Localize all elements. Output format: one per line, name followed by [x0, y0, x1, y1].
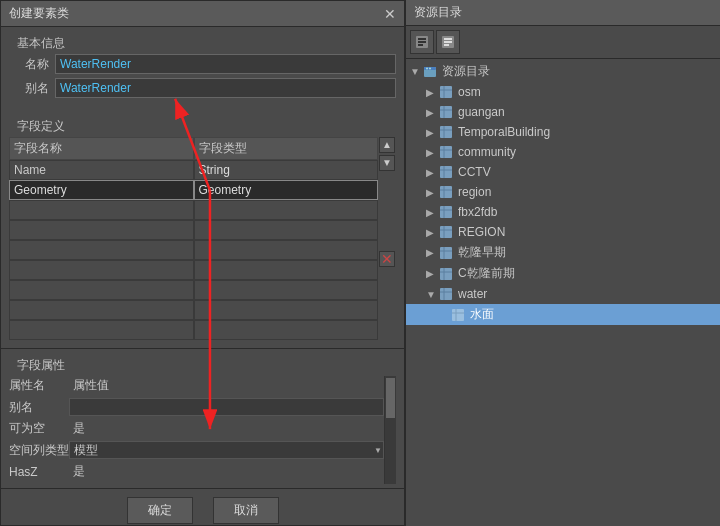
expand-icon[interactable]: ▶ [426, 268, 438, 279]
tree-item-qianlong-early[interactable]: ▶ 乾隆早期 [406, 242, 720, 263]
empty-row [9, 320, 378, 340]
tree-item-osm[interactable]: ▶ osm [406, 82, 720, 102]
svg-rect-28 [440, 166, 452, 178]
tree-item-guangan[interactable]: ▶ guangan [406, 102, 720, 122]
tree-item-c-qianlong[interactable]: ▶ C乾隆前期 [406, 263, 720, 284]
toolbar-back-button[interactable] [410, 30, 434, 54]
tree-item-water[interactable]: ▼ water [406, 284, 720, 304]
tree-item-label: TemporalBuilding [458, 125, 550, 139]
table-header: 字段名称 字段类型 [9, 137, 378, 160]
props-scrollbar[interactable] [384, 376, 396, 484]
water-expand-icon[interactable]: ▼ [426, 289, 438, 300]
expand-icon[interactable]: ▶ [426, 207, 438, 218]
tree-item-community[interactable]: ▶ community [406, 142, 720, 162]
table-icon [438, 104, 454, 120]
svg-rect-43 [440, 268, 452, 280]
spatial-type-select-wrapper: 模型 点 线 面 ▼ [69, 441, 384, 459]
tree-item-cctv[interactable]: ▶ CCTV [406, 162, 720, 182]
expand-icon[interactable]: ▶ [426, 247, 438, 258]
root-db-icon [422, 64, 438, 80]
tree-item-region[interactable]: ▶ region [406, 182, 720, 202]
svg-rect-25 [440, 146, 452, 158]
expand-icon[interactable]: ▶ [426, 107, 438, 118]
svg-rect-37 [440, 226, 452, 238]
field-def-label: 字段定义 [9, 114, 396, 137]
table-icon [438, 164, 454, 180]
name-field-row: 名称 [9, 54, 396, 74]
alias-prop-label: 别名 [9, 399, 69, 416]
table-icon [438, 245, 454, 261]
delete-row-button[interactable]: ✕ [379, 251, 395, 267]
expand-icon[interactable]: ▶ [426, 127, 438, 138]
empty-cell [9, 300, 194, 320]
empty-row [9, 280, 378, 300]
empty-cell [9, 260, 194, 280]
svg-rect-5 [418, 38, 426, 40]
alias-prop-row: 别名 [9, 398, 384, 416]
empty-cell [194, 300, 379, 320]
nullable-label: 可为空 [9, 420, 69, 437]
tree-item-REGION[interactable]: ▶ REGION [406, 222, 720, 242]
empty-cell [194, 240, 379, 260]
tree-item-temporalbuilding[interactable]: ▶ TemporalBuilding [406, 122, 720, 142]
tree-area: ▼ 资源目录 ▶ osm ▶ [406, 59, 720, 526]
expand-icon[interactable]: ▶ [426, 227, 438, 238]
alias-prop-input[interactable] [69, 398, 384, 416]
empty-row [9, 220, 378, 240]
svg-rect-46 [440, 288, 452, 300]
tree-item-label: guangan [458, 105, 505, 119]
nullable-value: 是 [69, 419, 384, 438]
table-icon [450, 307, 466, 323]
tree-item-label: fbx2fdb [458, 205, 497, 219]
hasz-prop-row: HasZ 是 [9, 462, 384, 481]
field-def-section: 字段定义 字段名称 字段类型 Name String Geometry Geom… [1, 114, 404, 340]
empty-cell [9, 320, 194, 340]
tree-item-label: osm [458, 85, 481, 99]
name-label: 名称 [9, 56, 49, 73]
toolbar-forward-button[interactable] [436, 30, 460, 54]
empty-cell [194, 320, 379, 340]
props-table: 属性名 属性值 别名 可为空 是 空间列类型 [9, 376, 384, 484]
svg-rect-16 [440, 86, 452, 98]
scroll-controls: ▲ ▼ ✕ [378, 137, 396, 340]
scrollbar-thumb [386, 378, 395, 418]
tree-item-fbx2fdb[interactable]: ▶ fbx2fdb [406, 202, 720, 222]
expand-icon[interactable]: ▶ [426, 87, 438, 98]
alias-field-row: 别名 [9, 78, 396, 98]
expand-icon[interactable]: ▶ [426, 187, 438, 198]
name-input[interactable] [55, 54, 396, 74]
table-row[interactable]: Name String [9, 160, 378, 180]
cancel-button[interactable]: 取消 [213, 497, 279, 524]
expand-icon[interactable]: ▶ [426, 147, 438, 158]
right-panel-title: 资源目录 [406, 0, 720, 26]
empty-row [9, 260, 378, 280]
tree-item-label: 乾隆早期 [458, 244, 506, 261]
field-type-cell: String [194, 160, 379, 180]
spatial-type-label: 空间列类型 [9, 442, 69, 459]
table-icon [438, 124, 454, 140]
close-button[interactable]: ✕ [384, 7, 396, 21]
spatial-type-select[interactable]: 模型 点 线 面 [69, 441, 384, 459]
alias-input[interactable] [55, 78, 396, 98]
field-props-label: 字段属性 [9, 353, 396, 376]
scroll-up-button[interactable]: ▲ [379, 137, 395, 153]
svg-rect-40 [440, 247, 452, 259]
col-header-type: 字段类型 [194, 137, 379, 160]
svg-rect-19 [440, 106, 452, 118]
table-row[interactable]: Geometry Geometry [9, 180, 378, 200]
confirm-button[interactable]: 确定 [127, 497, 193, 524]
empty-row [9, 300, 378, 320]
tree-item-shuimian[interactable]: 水面 [406, 304, 720, 325]
field-type-cell: Geometry [194, 180, 379, 200]
svg-rect-22 [440, 126, 452, 138]
table-icon [438, 204, 454, 220]
props-header-row: 属性名 属性值 [9, 376, 384, 395]
field-name-cell: Name [9, 160, 194, 180]
tree-item-label: community [458, 145, 516, 159]
scroll-down-button[interactable]: ▼ [379, 155, 395, 171]
svg-rect-31 [440, 186, 452, 198]
expand-icon[interactable]: ▶ [426, 167, 438, 178]
empty-row [9, 200, 378, 220]
tree-item-label: region [458, 185, 491, 199]
root-expand-icon[interactable]: ▼ [410, 66, 422, 77]
